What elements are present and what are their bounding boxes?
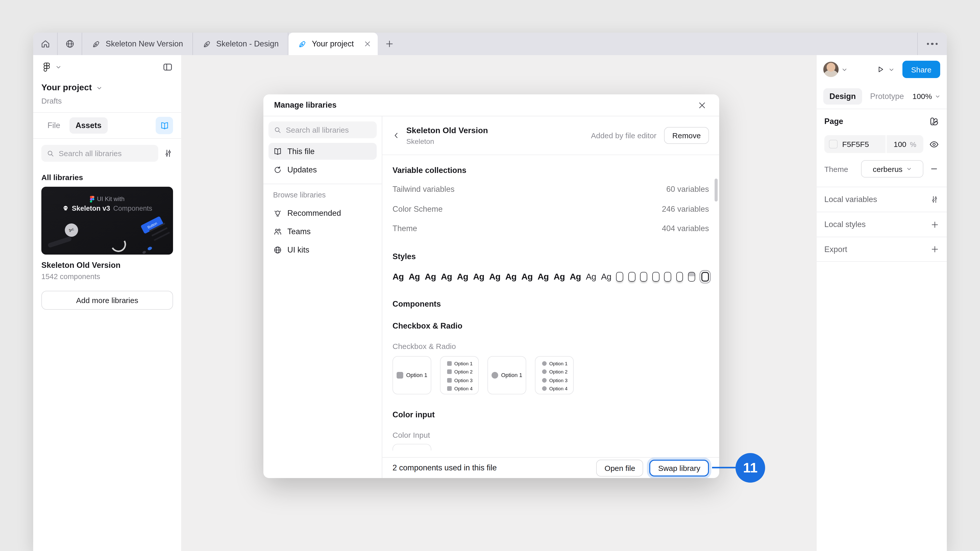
theme-value: cerberus [873,165,903,173]
add-export-plus-icon[interactable] [931,245,939,254]
file-tab-skeleton-new-version[interactable]: Skeleton New Version [82,33,192,55]
close-tab-icon[interactable] [363,39,372,49]
theme-label: Theme [824,165,856,173]
file-icon [91,39,101,49]
nav-item-this-file[interactable]: This file [269,143,377,160]
add-more-libraries-button[interactable]: Add more libraries [41,291,173,310]
nav-label: Teams [287,227,310,236]
progress-ring-decoration [109,235,127,254]
local-variables-label: Local variables [824,195,877,204]
skull-icon [62,205,68,212]
nav-item-teams[interactable]: Teams [269,223,377,240]
browse-libraries-heading: Browse libraries [269,190,377,203]
variable-collection-row: Color Scheme 246 variables [393,199,709,219]
radio-single-preview: Option 1 [487,356,526,394]
chevron-down-icon [935,94,940,99]
annotation-step-badge: 11 [735,453,765,483]
scissors-icon: ✄ [63,222,80,239]
variable-collection-row: Tailwind variables 60 variables [393,179,709,199]
project-switcher[interactable]: Your project [33,73,181,93]
file-tab-skeleton-design[interactable]: Skeleton - Design [192,33,288,55]
modal-search-field[interactable] [269,121,377,138]
present-play-icon[interactable] [876,65,885,74]
chevron-down-icon[interactable] [842,67,847,72]
community-button[interactable] [58,33,82,55]
user-avatar[interactable] [823,62,838,77]
library-title: Skeleton Old Version [41,261,173,270]
file-icon [202,39,212,49]
all-libraries-heading: All libraries [33,164,181,187]
toggle-sidebar-icon[interactable] [162,62,173,73]
open-libraries-button[interactable] [156,117,173,134]
opacity-unit: % [910,140,916,148]
styles-swatchbook-icon[interactable] [929,116,939,127]
figma-logo-icon [41,62,52,73]
file-icon [298,39,307,49]
nav-item-ui-kits[interactable]: UI kits [269,241,377,258]
project-title: Your project [41,83,92,93]
library-search-field[interactable] [41,145,158,162]
close-icon[interactable] [696,99,708,111]
thumbnail-brand-suffix: Components [113,205,152,212]
page-color-control[interactable]: F5F5F5 100 % [824,135,923,153]
add-style-plus-icon[interactable] [931,220,939,229]
tab-label: Your project [312,39,354,48]
styles-heading: Styles [393,252,709,261]
swap-library-button[interactable]: Swap library [649,459,709,476]
nav-label: Recommended [287,208,341,218]
checkbox-glyph [396,372,403,378]
text-style-previews: AgAgAgAgAgAgAgAgAgAgAgAg AgAg [393,272,709,282]
visibility-eye-icon[interactable] [929,139,939,149]
opacity-control[interactable]: 100 % [886,135,923,153]
tab-bar: Skeleton New Version Skeleton - Design Y… [33,33,947,55]
library-header-title: Skeleton Old Version [406,126,488,135]
tab-prototype[interactable]: Prototype [864,88,910,104]
local-styles-label: Local styles [824,220,865,229]
tab-file[interactable]: File [41,118,66,134]
zoom-level-control[interactable]: 100% [912,92,940,100]
nav-item-recommended[interactable]: Recommended [269,205,377,221]
chevron-down-icon[interactable] [889,67,894,72]
library-card-skeleton-old-version[interactable]: UI Kit with Skeleton v3 Components ✄ But… [41,187,173,281]
radio-glyph [491,372,498,378]
file-tab-your-project[interactable]: Your project [288,33,378,55]
local-styles-row: Local styles [817,212,947,237]
window-menu-button[interactable] [918,33,947,55]
chevron-down-icon [907,166,912,171]
back-chevron-icon[interactable] [393,132,400,139]
desktop: Skeleton New Version Skeleton - Design Y… [0,0,980,551]
added-by-text: Added by file editor [591,131,656,140]
remove-theme-icon[interactable] [929,165,939,173]
ellipsis-icon [927,43,929,45]
book-icon [159,121,169,130]
new-tab-button[interactable] [378,33,401,55]
filter-sliders-icon[interactable] [163,148,173,158]
tab-design[interactable]: Design [823,88,862,104]
home-button[interactable] [33,33,58,55]
nav-item-updates[interactable]: Updates [269,161,377,178]
color-hex-value: F5F5F5 [842,140,869,148]
modal-content: Skeleton Old Version Skeleton Added by f… [382,116,719,478]
local-variables-row: Local variables [817,187,947,212]
export-row: Export [817,237,947,262]
open-file-button[interactable]: Open file [597,459,643,476]
theme-dropdown[interactable]: cerberus [861,160,923,178]
library-component-count: 1542 components [41,272,173,281]
component-name: Checkbox & Radio [393,341,709,350]
color-input-component-name: Color Input [393,430,709,439]
annotation-connector-line [712,467,737,468]
remove-button[interactable]: Remove [664,127,709,144]
home-icon [40,39,50,49]
nav-label: This file [287,147,315,156]
zoom-value: 100% [912,92,932,100]
search-input[interactable] [59,149,153,158]
variables-sliders-icon[interactable] [930,195,939,204]
modal-scrollbar-thumb[interactable] [714,179,718,202]
color-input-heading: Color input [393,410,709,419]
tab-assets[interactable]: Assets [69,118,108,134]
components-heading: Components [393,299,709,308]
main-menu-button[interactable] [41,62,61,73]
modal-search-input[interactable] [286,125,372,134]
share-button[interactable]: Share [902,61,940,78]
project-location: Drafts [33,93,181,112]
